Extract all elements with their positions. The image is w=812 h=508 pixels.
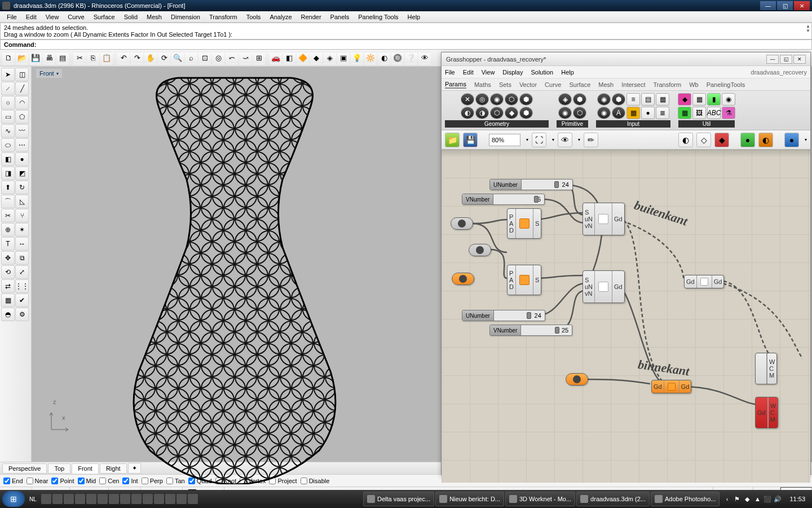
tab-perspective[interactable]: Perspective [2, 463, 47, 474]
text-icon[interactable]: T [1, 237, 15, 251]
gh-menu-display[interactable]: Display [502, 69, 523, 76]
param-color-icon[interactable]: ◉ [597, 93, 611, 106]
param-text-icon[interactable]: ⬡ [573, 107, 586, 119]
osnap-checkbox[interactable] [3, 478, 10, 484]
surface-param-4[interactable] [566, 373, 588, 386]
check-icon[interactable]: ✔ [15, 294, 29, 307]
polyline-icon[interactable]: ⟋ [1, 82, 15, 95]
gh-doc-name[interactable]: draadvaas_recovery [751, 69, 807, 76]
redo-view-icon[interactable]: ⤻ [239, 52, 251, 64]
print-icon[interactable]: 🖶 [43, 52, 55, 64]
menu-dimension[interactable]: Dimension [166, 14, 205, 20]
dim-icon[interactable]: ↔ [15, 237, 29, 251]
menu-render[interactable]: Render [297, 14, 326, 20]
extrude-icon[interactable]: ⬆ [1, 181, 15, 194]
param-curve-icon[interactable]: ⬡ [505, 93, 518, 106]
weave-comp-error[interactable]: Gd WCM [755, 397, 778, 428]
menu-view[interactable]: View [41, 14, 64, 20]
move-icon[interactable]: ✥ [1, 251, 15, 265]
osnap-checkbox[interactable] [27, 478, 33, 484]
command-input[interactable] [38, 41, 808, 48]
param-num-icon[interactable]: ◉ [558, 107, 572, 119]
zoom-selected-icon[interactable]: ◎ [212, 52, 224, 64]
quick-launch-icon[interactable] [176, 494, 187, 504]
osnap-checkbox[interactable] [51, 478, 58, 484]
line-icon[interactable]: ╱ [15, 82, 29, 95]
set-cplane-icon[interactable]: 🚗 [270, 52, 282, 64]
param-mesh-icon[interactable]: ⬡ [490, 107, 504, 119]
slider-icon[interactable]: ≡ [626, 93, 640, 106]
slider-vnumber-1[interactable]: VNumber 45 [462, 194, 545, 205]
zoom-in-icon[interactable]: 🔍 [171, 52, 184, 64]
md-slider-icon[interactable]: ▦ [626, 107, 640, 119]
param-int-icon[interactable]: ⬢ [573, 93, 586, 106]
gradient-icon[interactable]: ▮ [707, 93, 721, 106]
copy-tool-icon[interactable]: ⧉ [15, 251, 29, 265]
param-circle-icon[interactable]: ◉ [490, 93, 504, 106]
menu-tools[interactable]: Tools [242, 14, 266, 20]
interp-icon[interactable]: 〰 [15, 124, 29, 138]
chevron-down-icon[interactable]: ▾ [552, 137, 554, 142]
chevron-down-icon[interactable]: ▾ [578, 137, 580, 142]
system-tray[interactable]: ‹ ⚑ ◆ ▲ ⬛ 🔊 [721, 495, 784, 503]
help-icon[interactable]: ❔ [405, 52, 417, 64]
taskbar-task[interactable]: Delta vaas projec... [363, 492, 434, 506]
scale-icon[interactable]: ⤢ [15, 265, 29, 279]
open-icon[interactable]: 📂 [16, 52, 28, 64]
set-view-icon[interactable]: 🔶 [297, 52, 309, 64]
zoom-window-icon[interactable]: ⌕ [185, 52, 197, 64]
pan-icon[interactable]: ✋ [144, 52, 157, 64]
cut-icon[interactable]: ✂ [73, 52, 86, 64]
taskbar-task[interactable]: 3D Worknet - Mo... [505, 492, 575, 506]
quick-launch-icon[interactable] [86, 494, 96, 504]
gh-tab-intersect[interactable]: Intersect [621, 81, 645, 88]
chevron-down-icon[interactable]: ▾ [56, 71, 59, 76]
galapagos-icon[interactable]: ⚗ [722, 107, 735, 119]
chevron-down-icon[interactable]: ▾ [805, 137, 807, 142]
divide-surface-2[interactable]: PAD S [507, 265, 541, 295]
menu-panels[interactable]: Panels [326, 14, 354, 20]
gh-preview-icon[interactable]: 👁 [558, 133, 572, 147]
arc-icon[interactable]: ◠ [15, 96, 29, 110]
button-icon[interactable]: ≣ [656, 107, 669, 119]
scribble-icon[interactable]: ◆ [678, 93, 691, 106]
gh-wire-icon[interactable]: ◐ [678, 133, 693, 147]
group-icon[interactable]: ▦ [1, 294, 15, 307]
geodesic-relay-2[interactable]: Gd Gd [651, 380, 691, 393]
minimize-button[interactable]: — [760, 1, 776, 10]
gh-tab-params[interactable]: Params [445, 81, 466, 89]
divide-surface-1[interactable]: PAD S [507, 208, 541, 239]
quick-launch-icon[interactable] [188, 494, 198, 504]
quick-launch-icon[interactable] [98, 494, 108, 504]
options-icon[interactable]: ⚙ [15, 308, 29, 321]
explode-icon[interactable]: ✶ [15, 223, 29, 237]
taskbar-task[interactable]: Adobe Photosho... [651, 492, 720, 506]
shade-icon[interactable]: 💡 [351, 52, 363, 64]
circle-icon[interactable]: ○ [1, 96, 15, 110]
font-icon[interactable]: ABC [707, 107, 721, 119]
sphere-icon[interactable]: ● [15, 152, 29, 166]
menu-curve[interactable]: Curve [63, 14, 89, 20]
turntable-icon[interactable]: ◐ [378, 52, 390, 64]
render-icon[interactable]: 🔆 [364, 52, 377, 64]
param-domain-icon[interactable]: ⬢ [612, 93, 625, 106]
gh-tab-sets[interactable]: Sets [499, 81, 511, 88]
gh-menu-solution[interactable]: Solution [531, 69, 553, 76]
gh-titlebar[interactable]: Grasshopper - draadvaas_recovery* — ◱ ✕ [442, 52, 810, 66]
curve-icon[interactable]: ∿ [1, 124, 15, 138]
gh-tab-vector[interactable]: Vector [519, 81, 537, 88]
surface-grid-1[interactable]: SuNvN Gd [582, 203, 625, 235]
param-point-icon[interactable]: ✕ [461, 93, 474, 106]
properties-icon[interactable]: 🔘 [391, 52, 404, 64]
box-icon[interactable]: ◧ [1, 152, 15, 166]
menu-surface[interactable]: Surface [89, 14, 120, 20]
image-icon[interactable]: 🖼 [692, 107, 706, 119]
gh-shade-icon[interactable]: ◇ [696, 133, 711, 147]
redo-icon[interactable]: ↷ [131, 52, 143, 64]
ribbon-group-geometry[interactable]: Geometry [445, 120, 549, 128]
start-button[interactable]: ⊞ [2, 491, 25, 507]
rotate-icon[interactable]: ⟲ [1, 265, 15, 279]
gh-minimize-button[interactable]: — [766, 55, 779, 64]
rotate-view-icon[interactable]: ⟳ [158, 52, 170, 64]
param-plane-icon[interactable]: ⬢ [519, 93, 533, 106]
